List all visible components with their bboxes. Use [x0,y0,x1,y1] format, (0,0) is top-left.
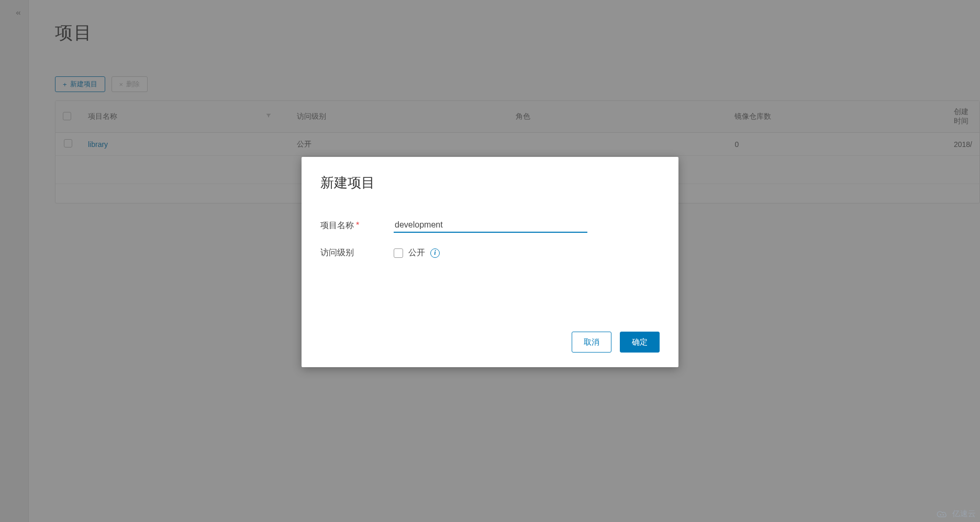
public-label: 公开 [408,247,425,258]
cancel-button[interactable]: 取消 [572,332,611,353]
project-name-input[interactable] [394,218,587,233]
new-project-modal: 新建项目 项目名称* 访问级别 公开 i 取消 确定 [302,157,678,367]
svg-point-0 [940,514,941,516]
modal-actions: 取消 确定 [320,332,660,353]
modal-title: 新建项目 [320,174,660,192]
watermark-text: 亿速云 [952,509,976,519]
confirm-button[interactable]: 确定 [620,332,660,353]
watermark: 亿速云 [936,509,976,519]
access-level-label: 访问级别 [320,247,394,258]
project-name-row: 项目名称* [320,218,660,233]
project-name-label: 项目名称* [320,220,394,231]
info-icon[interactable]: i [430,248,440,258]
svg-point-1 [943,514,944,516]
required-asterisk: * [356,221,359,230]
watermark-logo-icon [936,509,949,519]
access-level-row: 访问级别 公开 i [320,247,660,258]
modal-overlay[interactable]: 新建项目 项目名称* 访问级别 公开 i 取消 确定 [0,0,980,522]
public-checkbox[interactable] [394,248,403,258]
